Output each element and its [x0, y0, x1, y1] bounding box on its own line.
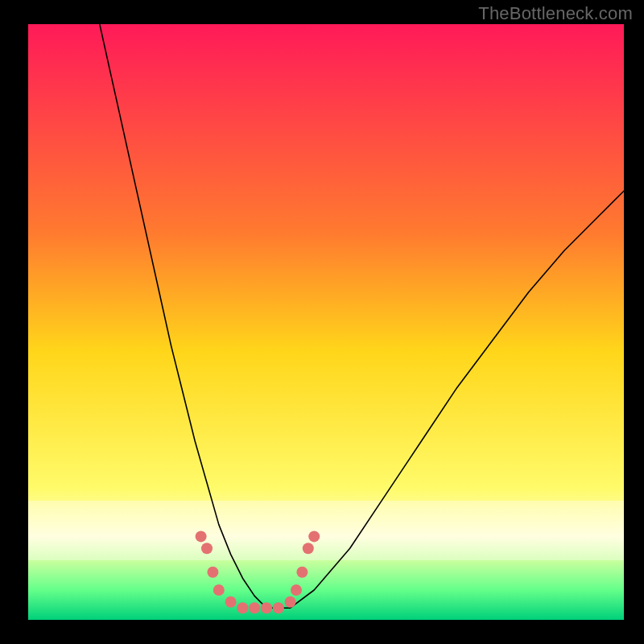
bottleneck-chart — [28, 24, 624, 620]
marker-left-cluster — [207, 567, 218, 578]
marker-valley-cluster — [273, 602, 284, 613]
highlight-band — [28, 501, 624, 560]
marker-right-cluster — [303, 543, 314, 554]
marker-right-cluster — [291, 584, 302, 596]
marker-left-cluster — [196, 530, 207, 542]
marker-left-cluster — [225, 597, 237, 608]
marker-right-cluster — [296, 567, 308, 578]
marker-right-cluster — [308, 530, 320, 542]
marker-valley-cluster — [249, 602, 260, 613]
watermark-text: TheBottleneck.com — [478, 3, 633, 24]
marker-left-cluster — [201, 543, 213, 554]
plot-area — [28, 24, 624, 620]
marker-left-cluster — [213, 584, 225, 596]
marker-left-cluster — [237, 602, 248, 613]
chart-frame: TheBottleneck.com — [0, 0, 644, 644]
marker-valley-cluster — [285, 597, 296, 608]
marker-valley-cluster — [261, 602, 272, 613]
